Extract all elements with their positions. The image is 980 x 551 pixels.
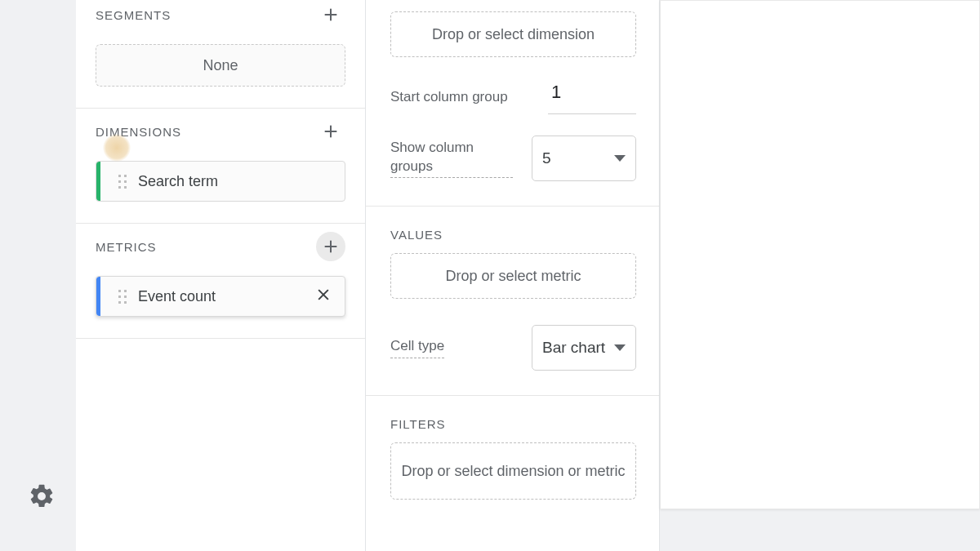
drag-handle-icon[interactable]	[117, 173, 128, 189]
add-segment-button[interactable]	[316, 0, 345, 29]
values-drop-text: Drop or select metric	[445, 267, 581, 286]
plus-icon	[322, 6, 340, 24]
chip-stripe	[96, 277, 100, 316]
columns-drop-text: Drop or select dimension	[432, 25, 595, 44]
cell-type-label: Cell type	[390, 337, 444, 358]
add-metric-button[interactable]	[316, 232, 345, 261]
tab-settings-panel: Drop or select dimension Start column gr…	[366, 0, 660, 551]
chevron-down-icon	[614, 155, 626, 162]
segments-drop-zone[interactable]: None	[96, 44, 345, 87]
metrics-section: METRICS Event count	[76, 224, 365, 339]
segments-drop-text: None	[203, 57, 238, 74]
show-column-groups-select[interactable]: 5	[532, 136, 636, 181]
dimensions-section: DIMENSIONS Search term	[76, 109, 365, 224]
report-canvas-card[interactable]	[660, 0, 980, 509]
plus-icon	[322, 238, 340, 256]
close-icon	[315, 287, 332, 303]
filters-drop-zone[interactable]: Drop or select dimension or metric	[390, 442, 636, 500]
metrics-title: METRICS	[96, 240, 157, 254]
plus-icon	[322, 122, 340, 140]
filters-drop-text: Drop or select dimension or metric	[401, 462, 625, 481]
add-dimension-button[interactable]	[316, 117, 345, 146]
cell-type-value: Bar chart	[542, 339, 605, 357]
show-column-groups-value: 5	[542, 149, 551, 167]
segments-title: SEGMENTS	[96, 8, 171, 22]
start-column-group-label: Start column group	[390, 88, 508, 109]
metric-chip-label: Event count	[138, 288, 305, 305]
values-drop-zone[interactable]: Drop or select metric	[390, 253, 636, 299]
dimension-chip-label: Search term	[138, 173, 332, 190]
chip-stripe	[96, 162, 100, 201]
drag-handle-icon[interactable]	[117, 288, 128, 304]
metric-chip-event-count[interactable]: Event count	[96, 276, 345, 317]
chevron-down-icon	[614, 344, 626, 351]
variables-panel: SEGMENTS None DIMENSIONS Search term MET…	[76, 0, 366, 551]
settings-button[interactable]	[28, 482, 56, 510]
filters-title: FILTERS	[390, 396, 636, 442]
values-title: VALUES	[390, 207, 636, 253]
filters-section: FILTERS Drop or select dimension or metr…	[366, 396, 659, 524]
gear-icon	[28, 482, 56, 510]
dimensions-title: DIMENSIONS	[96, 125, 181, 139]
start-column-group-input[interactable]: 1	[548, 82, 636, 114]
remove-metric-button[interactable]	[315, 287, 332, 306]
cell-type-select[interactable]: Bar chart	[532, 325, 636, 371]
columns-drop-zone[interactable]: Drop or select dimension	[390, 11, 636, 57]
start-column-group-value: 1	[551, 82, 561, 102]
show-column-groups-label: Show column groups	[390, 139, 513, 179]
values-section: VALUES Drop or select metric Cell type B…	[366, 207, 659, 396]
segments-section: SEGMENTS None	[76, 0, 365, 109]
columns-section: Drop or select dimension Start column gr…	[366, 0, 659, 207]
dimension-chip-search-term[interactable]: Search term	[96, 161, 345, 202]
